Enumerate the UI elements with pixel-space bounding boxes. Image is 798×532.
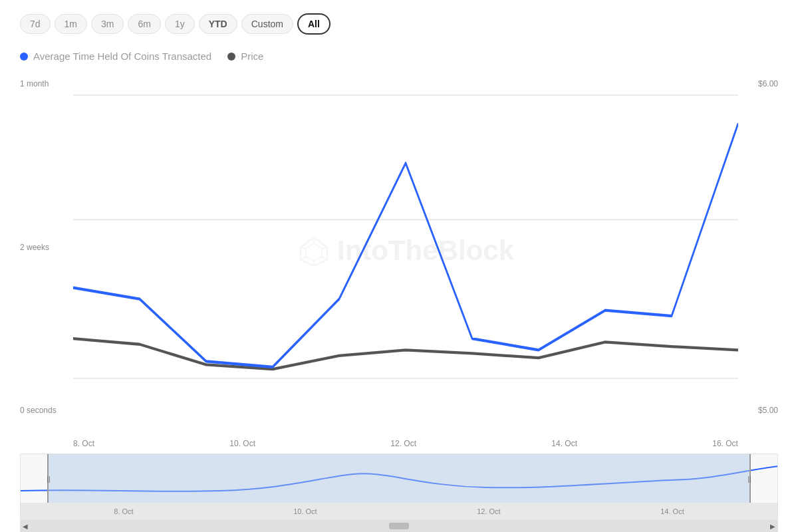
filter-6m[interactable]: 6m (128, 14, 160, 34)
x-label-14oct: 14. Oct (551, 439, 577, 448)
navigator-handle-left[interactable]: || (46, 454, 51, 504)
scroll-left-arrow[interactable]: ◀ (23, 523, 28, 530)
nav-x-label-12oct: 12. Oct (477, 507, 500, 515)
time-filter-bar: 7d 1m 3m 6m 1y YTD Custom All (20, 13, 778, 35)
legend-item-price: Price (227, 51, 263, 62)
y-label-0sec: 0 seconds (20, 406, 73, 415)
scroll-thumb[interactable] (389, 523, 409, 529)
filter-3m[interactable]: 3m (91, 14, 124, 34)
legend-dot-dark (227, 53, 235, 61)
legend-label-price: Price (241, 51, 263, 62)
filter-1m[interactable]: 1m (55, 14, 87, 34)
right-handle-icon: || (747, 475, 751, 483)
x-label-10oct: 10. Oct (229, 439, 255, 448)
x-axis: 8. Oct 10. Oct 12. Oct 14. Oct 16. Oct (20, 435, 778, 448)
y-label-6dollars: $6.00 (738, 79, 778, 88)
filter-7d[interactable]: 7d (20, 14, 51, 34)
nav-x-label-14oct: 14. Oct (660, 507, 684, 515)
chart-legend: Average Time Held Of Coins Transacted Pr… (20, 51, 778, 62)
y-label-5dollars: $5.00 (738, 406, 778, 415)
x-label-16oct: 16. Oct (712, 439, 738, 448)
y-label-1month: 1 month (20, 79, 73, 88)
y-axis-right: $6.00 $5.00 (738, 72, 778, 435)
filter-1y[interactable]: 1y (165, 14, 195, 34)
x-label-8oct: 8. Oct (73, 439, 94, 448)
y-label-2weeks: 2 weeks (20, 243, 73, 252)
scroll-bar[interactable]: ◀ ▶ (20, 520, 778, 532)
navigator[interactable]: || || 8. Oct 10. Oct 12. Oct 14. Oct (20, 454, 778, 520)
y-axis-left: 1 month 2 weeks 0 seconds (20, 72, 73, 435)
left-handle-icon: || (47, 475, 50, 483)
filter-custom[interactable]: Custom (241, 14, 293, 34)
legend-dot-blue (20, 53, 28, 61)
legend-item-avg-time: Average Time Held Of Coins Transacted (20, 51, 211, 62)
chart-wrapper: 1 month 2 weeks 0 seconds (20, 72, 778, 532)
filter-ytd[interactable]: YTD (199, 14, 237, 34)
x-label-12oct: 12. Oct (390, 439, 416, 448)
scroll-right-arrow[interactable]: ▶ (770, 523, 775, 530)
nav-x-label-10oct: 10. Oct (293, 507, 317, 515)
nav-x-label-8oct: 8. Oct (114, 507, 133, 515)
navigator-selection (47, 454, 751, 504)
legend-label-avg-time: Average Time Held Of Coins Transacted (33, 51, 211, 62)
navigator-handle-right[interactable]: || (747, 454, 752, 504)
main-container: 7d 1m 3m 6m 1y YTD Custom All Average Ti… (0, 0, 798, 532)
chart-svg (73, 72, 738, 435)
chart-area: 1 month 2 weeks 0 seconds (20, 72, 778, 435)
chart-main: IntoTheBlock (73, 72, 738, 435)
navigator-x-labels: 8. Oct 10. Oct 12. Oct 14. Oct (21, 503, 777, 519)
filter-all[interactable]: All (297, 13, 331, 35)
